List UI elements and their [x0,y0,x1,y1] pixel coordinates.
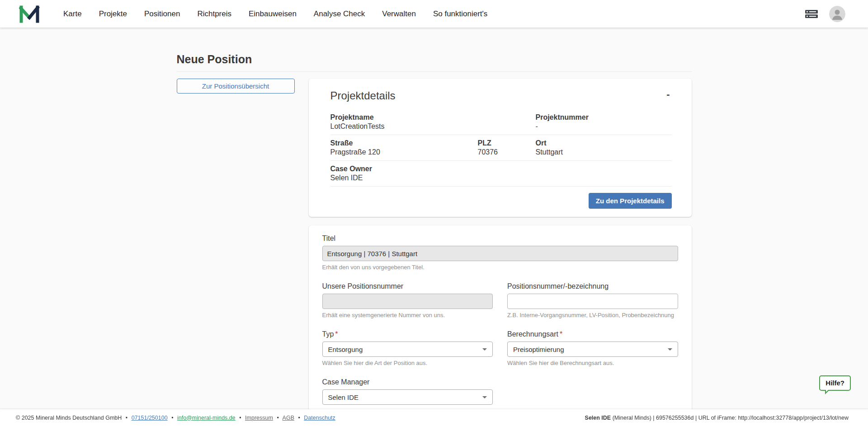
email-link[interactable]: info@mineral-minds.de [177,415,236,421]
help-button[interactable]: Hilfe? [819,375,851,391]
separator: • [277,415,278,421]
chevron-down-icon [668,348,672,351]
table-row: Straße Pragstraße 120 PLZ 70376 Ort Stut… [330,135,672,160]
unsere-positionsnummer-hint: Erhält eine systemgenerierte Nummer von … [322,312,493,318]
table-row: Projektname LotCreationTests Projektnumm… [330,109,672,135]
berechnungsart-select[interactable]: Preisoptimierung [507,342,678,357]
project-details-button[interactable]: Zu den Projektdetails [589,193,672,209]
plz-value: 70376 [478,148,536,156]
server-icon[interactable] [805,9,818,19]
left-column: Zur Positionsübersicht [177,79,295,94]
datenschutz-link[interactable]: Datenschutz [304,415,335,421]
case-manager-field: Case Manager Selen IDE [322,378,493,405]
chevron-down-icon [482,396,487,398]
case-owner-cell: Case Owner Selen IDE [330,165,478,182]
nav-item-so-funktionierts[interactable]: So funktioniert's [433,9,487,19]
separator: • [298,415,300,421]
app-logo[interactable] [19,5,40,23]
chevron-down-icon [482,348,487,351]
titel-field: Titel Erhält den von uns vorgegebenen Ti… [322,234,678,271]
projektname-label: Projektname [330,113,536,122]
typ-select-value: Entsorgung [328,346,363,353]
nav-item-analyse-check[interactable]: Analyse Check [314,9,365,19]
separator: • [171,415,173,421]
footer-left: © 2025 Mineral Minds Deutschland GmbH • … [16,415,335,421]
berechnungsart-hint: Wählen Sie hier die Berechnungsart aus. [507,360,678,366]
projektnummer-value: - [536,122,672,131]
unsere-positionsnummer-input [322,294,493,309]
titel-label: Titel [322,234,678,243]
plz-cell: PLZ 70376 [478,139,536,156]
case-manager-label: Case Manager [322,378,493,386]
strasse-value: Pragstraße 120 [330,148,478,156]
page-title: Neue Position [177,53,692,66]
unsere-positionsnummer-field: Unsere Positionsnummer Erhält eine syste… [322,282,493,318]
nav-item-positionen[interactable]: Positionen [144,9,180,19]
typ-hint: Wählen Sie hier die Art der Position aus… [322,360,493,366]
mineral-minds-logo-icon [19,5,40,23]
project-card-head: Projektdetails - [330,89,672,102]
strasse-label: Straße [330,139,478,147]
typ-label-text: Typ [322,330,334,338]
project-card-actions: Zu den Projektdetails [330,193,672,209]
positionsbezeichnung-field: Positionsnummer/-bezeichnung Z.B. Intern… [507,282,678,318]
strasse-cell: Straße Pragstraße 120 [330,139,478,156]
project-details-card: Projektdetails - Projektname LotCreation… [309,79,692,217]
separator: • [126,415,127,421]
right-column: Projektdetails - Projektname LotCreation… [309,79,692,421]
berechnungsart-field: Berechnungsart* Preisoptimierung Wählen … [507,330,678,366]
titel-hint: Erhält den von uns vorgegebenen Titel. [322,264,678,271]
main-nav: Karte Projekte Positionen Richtpreis Ein… [63,9,487,19]
required-asterisk: * [560,330,562,338]
required-asterisk: * [335,330,338,338]
separator: • [239,415,241,421]
footer-session-info: Selen IDE (Mineral Minds) | 69576255536d… [585,415,849,421]
copyright-text: © 2025 Mineral Minds Deutschland GmbH [16,415,122,421]
page-head: Neue Position [177,53,692,72]
nav-item-einbauweisen[interactable]: Einbauweisen [249,9,297,19]
footer-user-name: Selen IDE [585,415,611,421]
user-avatar-icon[interactable] [829,6,845,22]
plz-label: PLZ [478,139,536,147]
nav-item-karte[interactable]: Karte [63,9,82,19]
case-manager-select-value: Selen IDE [328,393,359,401]
projektname-value: LotCreationTests [330,122,536,131]
berechnungsart-label-text: Berechnungsart [507,330,558,338]
positionsbezeichnung-label: Positionsnummer/-bezeichnung [507,282,678,290]
two-column-layout: Zur Positionsübersicht Projektdetails - … [177,79,692,421]
berechnungsart-select-value: Preisoptimierung [513,346,564,353]
nav-item-verwalten[interactable]: Verwalten [382,9,416,19]
app-header: Karte Projekte Positionen Richtpreis Ein… [0,0,868,28]
projektnummer-label: Projektnummer [536,113,672,122]
position-form-card: Titel Erhält den von uns vorgegebenen Ti… [309,225,692,421]
header-right [805,6,845,22]
unsere-positionsnummer-label: Unsere Positionsnummer [322,282,493,290]
positionsbezeichnung-input[interactable] [507,294,678,309]
impressum-link[interactable]: Impressum [245,415,273,421]
typ-select[interactable]: Entsorgung [322,342,493,357]
berechnungsart-label: Berechnungsart* [507,330,678,338]
projektname-cell: Projektname LotCreationTests [330,113,536,131]
ort-label: Ort [536,139,672,147]
form-grid: Unsere Positionsnummer Erhält eine syste… [322,282,678,405]
case-owner-label: Case Owner [330,165,478,173]
nav-item-projekte[interactable]: Projekte [99,9,127,19]
table-row: Case Owner Selen IDE [330,160,672,187]
collapse-card-button[interactable]: - [665,89,671,99]
case-manager-select[interactable]: Selen IDE [322,389,493,405]
back-to-positions-button[interactable]: Zur Positionsübersicht [177,79,295,94]
app-footer: © 2025 Mineral Minds Deutschland GmbH • … [0,409,868,426]
case-owner-value: Selen IDE [330,174,478,182]
ort-cell: Ort Stuttgart [536,139,672,156]
phone-link[interactable]: 07151/250100 [132,415,168,421]
nav-item-richtpreis[interactable]: Richtpreis [197,9,231,19]
project-card-title: Projektdetails [330,89,396,102]
main-area: Neue Position Zur Positionsübersicht Pro… [0,28,868,421]
project-details-table: Projektname LotCreationTests Projektnumm… [330,109,672,187]
positionsbezeichnung-hint: Z.B. Interne-Vorgangsnummer, LV-Position… [507,312,678,318]
footer-session-text: (Mineral Minds) | 69576255536d | URL of … [611,415,849,421]
typ-label: Typ* [322,330,493,338]
agb-link[interactable]: AGB [283,415,294,421]
typ-field: Typ* Entsorgung Wählen Sie hier die Art … [322,330,493,366]
ort-value: Stuttgart [536,148,672,156]
